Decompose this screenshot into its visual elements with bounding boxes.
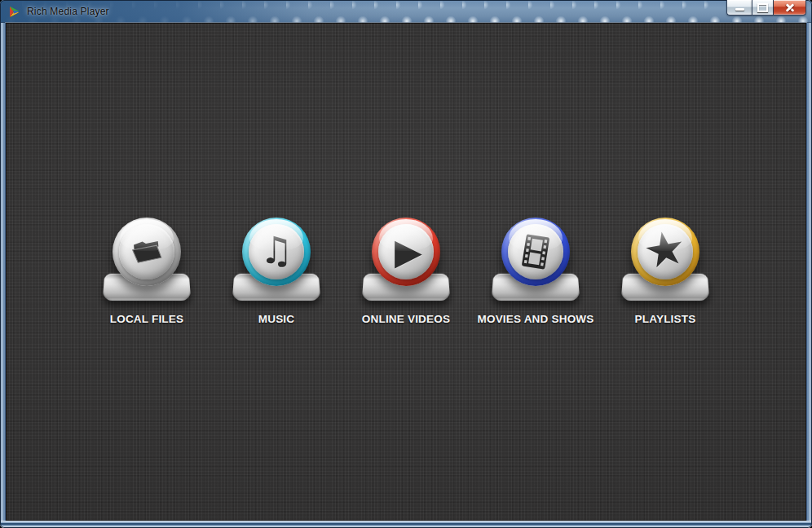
minimize-button[interactable] (726, 0, 752, 15)
launcher-movies-and-shows[interactable]: MOVIES AND SHOWS (474, 218, 597, 325)
window-border-right (806, 23, 812, 521)
app-logo-icon (7, 5, 21, 19)
launcher-label: MUSIC (258, 313, 295, 325)
close-icon (785, 2, 795, 12)
music-sphere: ♫ (242, 218, 311, 286)
playlists-sphere: ★ (631, 218, 699, 286)
main-content: LOCAL FILES ♫ MUSIC ▶ (6, 23, 806, 521)
launcher-row: LOCAL FILES ♫ MUSIC ▶ (6, 23, 806, 325)
launcher-label: LOCAL FILES (110, 313, 183, 325)
app-window: Rich Media Player (0, 0, 812, 528)
titlebar[interactable]: Rich Media Player (0, 0, 812, 23)
launcher-online-videos[interactable]: ▶ ONLINE VIDEOS (345, 218, 467, 325)
local-files-sphere (113, 218, 181, 286)
minimize-icon (735, 8, 744, 11)
play-icon: ▶ (395, 234, 422, 270)
film-strip-icon (519, 234, 552, 270)
launcher-label: ONLINE VIDEOS (362, 313, 450, 325)
window-border-left (0, 23, 6, 521)
maximize-button[interactable] (752, 0, 774, 15)
launcher-local-files[interactable]: LOCAL FILES (86, 218, 208, 325)
launcher-label: PLAYLISTS (635, 313, 696, 325)
close-button[interactable] (774, 0, 806, 15)
maximize-icon (757, 3, 768, 12)
folder-icon (130, 237, 164, 266)
window-title: Rich Media Player (27, 6, 109, 17)
launcher-music[interactable]: ♫ MUSIC (215, 218, 338, 325)
launcher-label: MOVIES AND SHOWS (478, 313, 594, 325)
star-icon: ★ (640, 224, 690, 276)
launcher-playlists[interactable]: ★ PLAYLISTS (604, 218, 726, 325)
window-border-bottom (0, 521, 812, 528)
movies-sphere (501, 218, 570, 286)
window-controls (726, 0, 806, 15)
online-videos-sphere: ▶ (372, 218, 440, 286)
music-note-icon: ♫ (259, 231, 293, 269)
